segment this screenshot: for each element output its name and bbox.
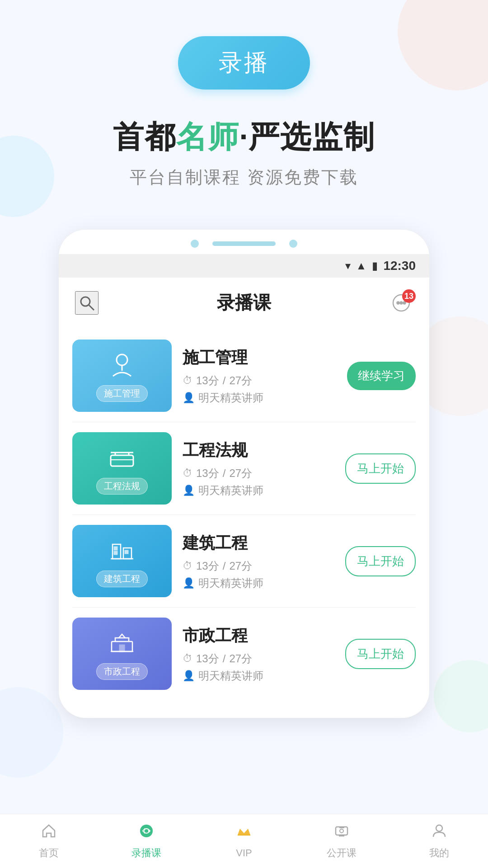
search-icon — [78, 294, 96, 312]
course-meta-3: ⏱ 13分 / 27分 👤 明天精英讲师 — [183, 559, 334, 590]
status-bar: ▾ ▲ ▮ 12:30 — [59, 254, 429, 278]
page-title: 录播课 — [217, 290, 271, 315]
thumb-label-3: 建筑工程 — [96, 571, 148, 587]
subtitle: 平台自制课程 资源免费下载 — [130, 166, 358, 189]
course-name-3: 建筑工程 — [183, 532, 334, 554]
course-info-2: 工程法规 ⏱ 13分 / 27分 👤 明天精英讲师 — [183, 439, 334, 498]
message-button[interactable]: 13 — [389, 291, 413, 315]
nav-label-home: 首页 — [39, 846, 59, 860]
nav-item-record[interactable]: 录播课 — [98, 822, 195, 860]
time-current-4: 13分 — [196, 651, 219, 666]
course-thumbnail-2[interactable]: 工程法规 — [72, 432, 172, 505]
signal-icon: ▲ — [356, 259, 367, 272]
time-current-3: 13分 — [196, 559, 219, 573]
course-item-4: 市政工程 市政工程 ⏱ 13分 / 27分 👤 明天精英讲师 — [72, 608, 416, 700]
teacher-icon-4: 👤 — [183, 670, 195, 682]
app-header: 录播课 13 — [59, 278, 429, 325]
teacher-row-2: 👤 明天精英讲师 — [183, 483, 334, 498]
svg-point-6 — [117, 354, 127, 365]
course-action-1: 继续学习 — [347, 362, 416, 390]
course-thumbnail-3[interactable]: 建筑工程 — [72, 525, 172, 597]
municipal-icon — [106, 628, 138, 660]
clock-icon-1: ⏱ — [183, 375, 192, 387]
clock-icon-4: ⏱ — [183, 653, 192, 665]
construction-icon — [106, 350, 138, 382]
svg-rect-21 — [120, 645, 124, 651]
teacher-row-1: 👤 明天精英讲师 — [183, 391, 336, 405]
regulation-icon — [106, 443, 138, 474]
teacher-1: 明天精英讲师 — [198, 391, 263, 405]
teacher-icon-1: 👤 — [183, 392, 195, 404]
phone-mockup: ▾ ▲ ▮ 12:30 录播课 13 — [59, 230, 429, 718]
mine-icon — [431, 822, 448, 844]
clock-icon-2: ⏱ — [183, 467, 192, 479]
svg-point-25 — [340, 829, 343, 833]
phone-top-bar — [59, 230, 429, 254]
course-thumbnail-4[interactable]: 市政工程 — [72, 618, 172, 690]
teacher-3: 明天精英讲师 — [198, 576, 263, 590]
svg-rect-17 — [125, 551, 128, 553]
teacher-4: 明天精英讲师 — [198, 669, 263, 683]
course-thumbnail-1[interactable]: 施工管理 — [72, 340, 172, 412]
top-section: 录播 首都名师·严选监制 平台自制课程 资源免费下载 — [0, 0, 488, 207]
course-action-4: 马上开始 — [345, 639, 416, 669]
nav-item-vip[interactable]: VIP — [195, 823, 293, 859]
time-total-3: 27分 — [229, 559, 252, 573]
thumb-label-1: 施工管理 — [96, 385, 148, 402]
record-button[interactable]: 录播 — [178, 36, 310, 90]
time-total-1: 27分 — [229, 373, 252, 388]
svg-point-23 — [145, 829, 148, 833]
course-item-2: 工程法规 工程法规 ⏱ 13分 / 27分 👤 明天精英讲师 — [72, 422, 416, 515]
message-badge: 13 — [402, 289, 416, 303]
headline: 首都名师·严选监制 — [113, 117, 375, 158]
thumb-label-2: 工程法规 — [96, 478, 148, 495]
nav-item-live[interactable]: 公开课 — [293, 822, 390, 860]
nav-item-mine[interactable]: 我的 — [390, 822, 488, 860]
course-meta-2: ⏱ 13分 / 27分 👤 明天精英讲师 — [183, 466, 334, 498]
time-total-2: 27分 — [229, 466, 252, 481]
nav-item-home[interactable]: 首页 — [0, 822, 98, 860]
teacher-row-3: 👤 明天精英讲师 — [183, 576, 334, 590]
bg-decoration-5 — [0, 687, 63, 778]
continue-button-1[interactable]: 继续学习 — [347, 362, 416, 390]
course-action-2: 马上开始 — [345, 453, 416, 484]
course-name-4: 市政工程 — [183, 625, 334, 647]
teacher-2: 明天精英讲师 — [198, 483, 263, 498]
course-meta-4: ⏱ 13分 / 27分 👤 明天精英讲师 — [183, 651, 334, 683]
nav-label-live: 公开课 — [327, 846, 357, 860]
course-item: 施工管理 施工管理 ⏱ 13分 / 27分 👤 明天精英讲师 — [72, 330, 416, 422]
bottom-nav: 首页 录播课 VIP — [0, 814, 488, 868]
nav-label-vip: VIP — [236, 847, 252, 859]
course-name-1: 施工管理 — [183, 347, 336, 369]
time-total-4: 27分 — [229, 651, 252, 666]
teacher-icon-2: 👤 — [183, 485, 195, 496]
time-row-4: ⏱ 13分 / 27分 — [183, 651, 334, 666]
nav-label-record: 录播课 — [131, 846, 161, 860]
start-button-3[interactable]: 马上开始 — [345, 546, 416, 576]
svg-point-28 — [436, 825, 442, 831]
building-icon — [106, 535, 138, 567]
course-name-2: 工程法规 — [183, 439, 334, 462]
course-info-1: 施工管理 ⏱ 13分 / 27分 👤 明天精英讲师 — [183, 347, 336, 405]
course-item-3: 建筑工程 建筑工程 ⏱ 13分 / 27分 👤 明天精英讲师 — [72, 515, 416, 608]
time-row-2: ⏱ 13分 / 27分 — [183, 466, 334, 481]
start-button-2[interactable]: 马上开始 — [345, 453, 416, 484]
course-info-3: 建筑工程 ⏱ 13分 / 27分 👤 明天精英讲师 — [183, 532, 334, 590]
teacher-row-4: 👤 明天精英讲师 — [183, 669, 334, 683]
headline-part2: ·严选监制 — [239, 119, 375, 154]
headline-highlight: 名师 — [176, 119, 239, 154]
course-action-3: 马上开始 — [345, 546, 416, 576]
status-time: 12:30 — [383, 259, 416, 273]
time-sep-1: / — [223, 374, 226, 387]
svg-line-1 — [89, 305, 94, 310]
svg-point-3 — [397, 302, 399, 304]
course-info-4: 市政工程 ⏱ 13分 / 27分 👤 明天精英讲师 — [183, 625, 334, 683]
svg-rect-16 — [114, 552, 117, 554]
search-button[interactable] — [75, 291, 99, 315]
start-button-4[interactable]: 马上开始 — [345, 639, 416, 669]
wifi-icon: ▾ — [345, 259, 351, 272]
dot-indicator-right — [289, 240, 297, 248]
time-current-1: 13分 — [196, 373, 219, 388]
bg-decoration-4 — [434, 660, 488, 732]
svg-rect-15 — [114, 547, 117, 550]
